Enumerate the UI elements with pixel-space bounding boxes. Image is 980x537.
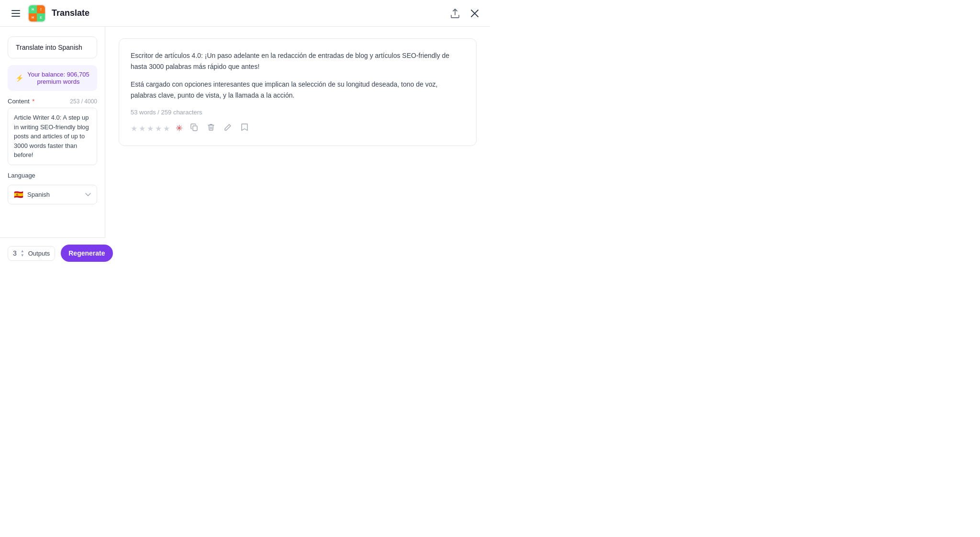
topbar-left: H I H E Translate <box>10 4 89 22</box>
word-count: 53 words / 259 characters <box>131 109 465 116</box>
chevron-down-icon <box>85 193 91 197</box>
svg-rect-0 <box>11 10 20 11</box>
result-paragraph-2: Está cargado con opciones interesantes q… <box>131 79 465 101</box>
bookmark-icon[interactable] <box>239 123 250 134</box>
app-logo: H I H E <box>28 4 46 22</box>
language-select-button[interactable]: 🇪🇸 Spanish <box>8 185 97 204</box>
tool-title-box: Translate into Spanish <box>8 36 97 58</box>
left-panel: Translate into Spanish ⚡ Your balance: 9… <box>0 27 105 268</box>
star-2[interactable]: ★ <box>139 124 145 133</box>
star-1[interactable]: ★ <box>131 124 137 133</box>
regenerate-button[interactable]: Regenerate <box>61 245 112 262</box>
star-5[interactable]: ★ <box>163 124 170 133</box>
language-dropdown-left: 🇪🇸 Spanish <box>14 190 50 199</box>
main-layout: Translate into Spanish ⚡ Your balance: 9… <box>0 27 490 268</box>
language-dropdown: 🇪🇸 Spanish <box>8 185 97 204</box>
copy-icon[interactable] <box>189 123 200 134</box>
char-count: 253 / 4000 <box>70 98 97 105</box>
star-rating[interactable]: ★ ★ ★ ★ ★ <box>131 124 170 133</box>
outputs-stepper[interactable]: ▲ ▼ <box>21 249 24 257</box>
content-field-section: Content * 253 / 4000 Article Writer 4.0:… <box>8 98 97 165</box>
language-label: Language <box>8 172 97 179</box>
topbar-right <box>449 7 480 20</box>
arrow-up-icon[interactable]: ▲ <box>21 249 24 253</box>
content-textarea[interactable]: Article Writer 4.0: A step up in writing… <box>8 108 97 165</box>
share-button[interactable] <box>449 7 461 20</box>
result-text: Escritor de artículos 4.0: ¡Un paso adel… <box>131 50 465 101</box>
outputs-count: 3 <box>13 249 17 257</box>
field-label-row: Content * 253 / 4000 <box>8 98 97 105</box>
language-field-section: Language 🇪🇸 Spanish <box>8 172 97 204</box>
outputs-control: 3 ▲ ▼ Outputs <box>8 246 55 261</box>
delete-icon[interactable] <box>206 123 216 134</box>
result-card: Escritor de artículos 4.0: ¡Un paso adel… <box>119 38 477 146</box>
content-label: Content * <box>8 98 34 105</box>
balance-label: Your balance: 906,705 premium words <box>27 71 89 85</box>
result-paragraph-1: Escritor de artículos 4.0: ¡Un paso adel… <box>131 50 465 72</box>
star-3[interactable]: ★ <box>147 124 154 133</box>
edit-icon[interactable] <box>222 123 234 134</box>
svg-rect-2 <box>11 16 20 17</box>
snowflake-icon[interactable]: ✳ <box>176 123 183 134</box>
star-4[interactable]: ★ <box>155 124 162 133</box>
flag-icon: 🇪🇸 <box>14 190 23 199</box>
left-panel-wrapper: Translate into Spanish ⚡ Your balance: 9… <box>0 27 105 268</box>
outputs-label: Outputs <box>28 250 50 257</box>
svg-rect-3 <box>193 126 197 131</box>
bolt-icon: ⚡ <box>15 74 23 82</box>
app-title: Translate <box>52 8 89 18</box>
balance-box: ⚡ Your balance: 906,705 premium words <box>8 65 97 91</box>
bottom-bar: 3 ▲ ▼ Outputs Regenerate <box>0 237 105 268</box>
selected-language: Spanish <box>27 191 50 198</box>
required-star: * <box>31 98 35 105</box>
close-button[interactable] <box>469 8 480 19</box>
menu-button[interactable] <box>10 8 22 19</box>
topbar: H I H E Translate <box>0 0 490 27</box>
svg-rect-1 <box>11 13 20 14</box>
right-panel: Escritor de artículos 4.0: ¡Un paso adel… <box>105 27 490 268</box>
arrow-down-icon[interactable]: ▼ <box>21 254 24 257</box>
result-actions: ★ ★ ★ ★ ★ ✳ <box>131 123 465 134</box>
tool-title: Translate into Spanish <box>16 44 82 51</box>
